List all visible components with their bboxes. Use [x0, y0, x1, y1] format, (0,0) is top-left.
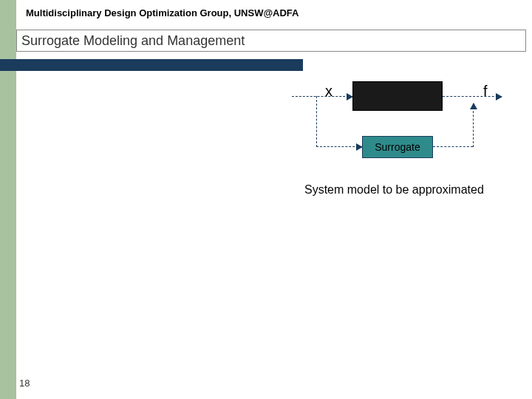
input-label: x — [325, 83, 332, 100]
accent-bar — [0, 59, 303, 71]
merge-up-arrow — [473, 103, 474, 147]
output-arrow — [443, 96, 502, 97]
slide-title-bar: Surrogate Modeling and Management — [16, 30, 526, 52]
to-surrogate-arrow — [316, 146, 362, 147]
slide-title: Surrogate Modeling and Management — [21, 33, 245, 49]
output-label: f — [483, 83, 488, 100]
system-black-box — [352, 81, 443, 111]
branch-down-connector — [316, 96, 317, 147]
surrogate-box: Surrogate — [362, 136, 433, 158]
input-arrow — [292, 96, 352, 97]
diagram-caption: System model to be approximated — [304, 183, 484, 197]
organization-header: Multidisciplinary Design Optimization Gr… — [26, 7, 299, 18]
page-number: 18 — [19, 378, 30, 389]
from-surrogate-connector — [433, 146, 473, 147]
system-diagram: x f Surrogate — [296, 80, 517, 198]
surrogate-label: Surrogate — [375, 141, 420, 153]
